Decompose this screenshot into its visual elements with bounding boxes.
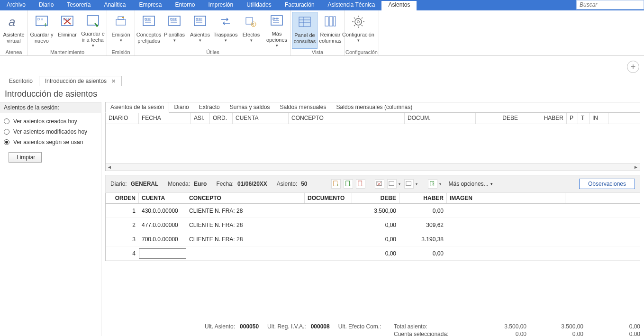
- total-haber: 3.500,00: [526, 323, 583, 330]
- close-icon[interactable]: ✕: [111, 78, 116, 84]
- panel-consultas-button[interactable]: Panel de consultas: [292, 12, 317, 49]
- conceptos-prefijados-button[interactable]: D HConceptos prefijados: [136, 12, 162, 49]
- menu-item-asistencia técnica[interactable]: Asistencia Técnica: [321, 0, 382, 10]
- query-tab[interactable]: Saldos mensuales (columnas): [332, 102, 418, 112]
- search-input[interactable]: [576, 0, 644, 9]
- entry-column-header[interactable]: HABER: [399, 193, 447, 203]
- scroll-right-icon[interactable]: ►: [632, 164, 640, 170]
- export-icon[interactable]: [428, 179, 437, 189]
- svg-text:D H: D H: [145, 18, 150, 21]
- entry-column-header[interactable]: DEBE: [352, 193, 399, 203]
- plantillas-button[interactable]: D HPlantillas▾: [162, 12, 187, 49]
- entry-cell[interactable]: [305, 252, 352, 255]
- eliminar-button[interactable]: D HEliminar: [54, 12, 80, 49]
- menu-item-archivo[interactable]: Archivo: [0, 0, 32, 10]
- menu-item-facturación[interactable]: Facturación: [278, 0, 321, 10]
- session-filter-option[interactable]: Ver asientos según se usan: [4, 139, 97, 145]
- search-box[interactable]: [576, 0, 644, 9]
- asiento-value: 50: [301, 181, 307, 187]
- entry-row[interactable]: 2477.0.0.00000CLIENTE N. FRA: 280,00309,…: [106, 218, 640, 232]
- total-saldo: 0,00: [583, 323, 640, 330]
- grid-menu2-icon[interactable]: [404, 179, 414, 189]
- menu-item-impresión[interactable]: Impresión: [201, 0, 240, 10]
- grid-menu1-icon[interactable]: [387, 179, 397, 189]
- entry-cell[interactable]: 0,00: [352, 248, 399, 259]
- query-tab[interactable]: Saldos mensuales: [275, 102, 331, 112]
- entry-column-header[interactable]: IMAGEN: [447, 193, 565, 203]
- column-header[interactable]: CUENTA: [233, 113, 289, 124]
- menu-item-empresa[interactable]: Empresa: [132, 0, 168, 10]
- column-header[interactable]: IN: [590, 113, 608, 124]
- radio-icon[interactable]: [4, 129, 9, 135]
- svg-rect-38: [325, 17, 328, 26]
- column-header[interactable]: CONCEPTO: [289, 113, 405, 124]
- column-header[interactable]: HABER: [521, 113, 567, 124]
- entry-column-header[interactable]: ORDEN: [106, 193, 139, 203]
- entry-column-header[interactable]: CONCEPTO: [186, 193, 305, 203]
- column-header[interactable]: T: [578, 113, 590, 124]
- column-header[interactable]: ASI.: [191, 113, 210, 124]
- column-header[interactable]: P: [567, 113, 578, 124]
- menu-item-utilidades[interactable]: Utilidades: [240, 0, 278, 10]
- guardar-ir-fecha-button[interactable]: Guardar e ir a fecha▾: [80, 12, 106, 49]
- radio-icon[interactable]: [4, 139, 9, 145]
- more-options-button[interactable]: Más opciones...▾: [449, 181, 493, 187]
- query-tab[interactable]: Sumas y saldos: [225, 102, 275, 112]
- observaciones-button[interactable]: Observaciones: [579, 179, 635, 189]
- scroll-left-icon[interactable]: ◄: [106, 164, 113, 170]
- configuracion-button[interactable]: Configuración▾: [345, 12, 371, 49]
- svg-point-41: [355, 18, 362, 25]
- asistente-virtual-button[interactable]: aAsistente virtual: [1, 12, 27, 49]
- entry-cell[interactable]: [447, 252, 565, 255]
- limpiar-button[interactable]: Limpiar: [9, 152, 42, 163]
- asientos-util-button[interactable]: D HAsientos▾: [187, 12, 213, 49]
- column-header[interactable]: DEBE: [476, 113, 521, 124]
- sel-haber: 0,00: [526, 331, 583, 336]
- doc-remove-icon[interactable]: −: [356, 179, 365, 189]
- entry-row[interactable]: 40,000,00: [106, 246, 640, 261]
- entry-cell[interactable]: 4: [106, 248, 139, 259]
- entry-cell: [305, 209, 352, 213]
- column-header[interactable]: ORD.: [210, 113, 233, 124]
- session-filter-option[interactable]: Ver asientos modificados hoy: [4, 128, 97, 135]
- add-tab-button[interactable]: +: [627, 61, 639, 73]
- menu-item-analítica[interactable]: Analítica: [97, 0, 132, 10]
- entry-column-header[interactable]: CUENTA: [139, 193, 186, 203]
- entry-cell: 2: [106, 220, 139, 230]
- efectos-button[interactable]: €Efectos▾: [238, 12, 264, 49]
- doc-tab[interactable]: Escritorio: [3, 75, 39, 86]
- mas-opciones-button[interactable]: D HMás opciones▾: [264, 12, 290, 49]
- entry-cell[interactable]: [139, 248, 186, 259]
- entry-cell[interactable]: [186, 252, 305, 255]
- status-footer: Ult. Asiento: 000050 Ult. Reg. I.V.A.: 0…: [205, 321, 640, 336]
- menu-item-entorno[interactable]: Entorno: [168, 0, 201, 10]
- entry-column-header[interactable]: DOCUMENTO: [305, 193, 352, 203]
- grid-delete-icon[interactable]: [375, 179, 384, 189]
- doc-add2-icon[interactable]: +: [344, 179, 353, 189]
- guardar-nuevo-button[interactable]: +D HGuardar y nuevo: [29, 12, 54, 49]
- ult-asiento-label: Ult. Asiento:: [205, 323, 235, 336]
- session-filter-option[interactable]: Ver asientos creados hoy: [4, 118, 97, 125]
- emision-button[interactable]: Emisión▾: [108, 12, 134, 49]
- menu-item-diario[interactable]: Diario: [32, 0, 60, 10]
- doc-add-icon[interactable]: +: [331, 179, 341, 189]
- entry-row[interactable]: 1430.0.0.00000CLIENTE N. FRA: 283.500,00…: [106, 204, 640, 218]
- reiniciar-columnas-button[interactable]: Reiniciar columnas: [317, 12, 343, 49]
- column-header[interactable]: FECHA: [139, 113, 191, 124]
- ribbon-group-label: Atenea: [1, 49, 27, 56]
- column-header[interactable]: DOCUM.: [405, 113, 476, 124]
- column-header[interactable]: DIARIO: [106, 113, 139, 124]
- entry-row[interactable]: 3700.0.0.00000CLIENTE N. FRA: 280,003.19…: [106, 232, 640, 246]
- query-tab[interactable]: Diario: [169, 102, 194, 112]
- menu-item-asientos[interactable]: Asientos: [381, 0, 417, 10]
- menu-item-tesorería[interactable]: Tesorería: [60, 0, 97, 10]
- chevron-down-icon: ▾: [199, 37, 201, 44]
- entry-cell[interactable]: 0,00: [399, 248, 447, 259]
- entry-cell: 3.190,38: [399, 234, 447, 245]
- radio-icon[interactable]: [4, 118, 9, 124]
- query-tab[interactable]: Extracto: [194, 102, 225, 112]
- doc-tab[interactable]: Introducción de asientos✕: [39, 76, 122, 86]
- query-tab[interactable]: Asientos de la sesión: [105, 102, 169, 113]
- horizontal-scrollbar[interactable]: ◄ ►: [106, 163, 640, 171]
- traspasos-button[interactable]: Traspasos▾: [213, 12, 238, 49]
